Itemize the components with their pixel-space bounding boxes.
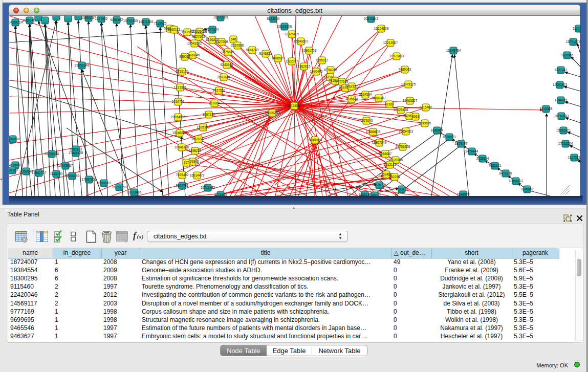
svg-text:1605133: 1605133	[70, 147, 82, 151]
svg-text:19384554: 19384554	[308, 138, 322, 142]
svg-text:1010755: 1010755	[172, 100, 185, 103]
svg-text:7462152: 7462152	[345, 84, 358, 88]
svg-text:6466102: 6466102	[111, 18, 123, 21]
svg-text:19654985: 19654985	[171, 115, 186, 119]
svg-text:10543382: 10543382	[187, 41, 202, 45]
svg-text:12923466: 12923466	[127, 190, 142, 194]
svg-text:16033809: 16033809	[213, 16, 228, 19]
svg-text:18724007: 18724007	[287, 104, 302, 107]
svg-text:7485063: 7485063	[399, 68, 411, 71]
svg-text:989012: 989012	[179, 55, 190, 58]
svg-text:20206526: 20206526	[45, 152, 59, 156]
svg-text:10719155: 10719155	[123, 19, 138, 23]
svg-text:8454749: 8454749	[246, 48, 259, 52]
svg-text:12093823: 12093823	[553, 83, 568, 86]
svg-text:2035644: 2035644	[345, 97, 358, 101]
svg-text:1362615: 1362615	[298, 64, 311, 68]
svg-text:17957253: 17957253	[82, 178, 97, 181]
svg-text:16210643: 16210643	[554, 114, 569, 118]
svg-text:19218506: 19218506	[277, 25, 292, 28]
svg-text:157: 157	[184, 161, 189, 164]
svg-text:3624554: 3624554	[359, 93, 372, 96]
svg-text:6879197: 6879197	[455, 142, 468, 145]
svg-text:19756928: 19756928	[396, 145, 410, 148]
svg-text:12505185: 12505185	[65, 174, 80, 178]
svg-text:9498222: 9498222	[189, 149, 202, 152]
svg-text:9777169: 9777169	[336, 80, 349, 83]
svg-text:10553287: 10553287	[81, 16, 96, 19]
svg-text:16914479: 16914479	[190, 173, 205, 177]
svg-text:1588520: 1588520	[272, 56, 285, 60]
svg-text:8960123: 8960123	[168, 28, 181, 31]
svg-text:17016504: 17016504	[558, 142, 573, 145]
svg-text:9474444: 9474444	[466, 149, 478, 153]
svg-text:9084067: 9084067	[379, 152, 392, 156]
svg-text:1048920: 1048920	[457, 192, 470, 196]
svg-text:1167533: 1167533	[568, 156, 580, 159]
svg-text:14136141: 14136141	[372, 183, 387, 187]
svg-text:7955812: 7955812	[316, 58, 329, 62]
svg-text:7357224: 7357224	[206, 28, 219, 31]
svg-text:1640934: 1640934	[431, 128, 444, 132]
svg-text:16671355: 16671355	[139, 20, 154, 24]
svg-text:9327508: 9327508	[215, 40, 228, 43]
svg-text:9245012: 9245012	[368, 193, 381, 196]
svg-text:10807487: 10807487	[372, 96, 386, 100]
svg-text:8471676: 8471676	[499, 171, 512, 175]
svg-text:19463627: 19463627	[403, 99, 418, 102]
svg-text:19166825: 19166825	[172, 131, 187, 135]
svg-text:13942737: 13942737	[32, 171, 47, 174]
svg-text:252254: 252254	[389, 175, 400, 179]
svg-text:9857791: 9857791	[176, 184, 189, 187]
svg-text:10958107: 10958107	[97, 181, 112, 185]
svg-text:1733426: 1733426	[396, 187, 408, 191]
svg-text:25260510: 25260510	[9, 137, 20, 141]
svg-text:8813054: 8813054	[267, 17, 280, 20]
svg-text:19654923: 19654923	[399, 129, 413, 133]
svg-text:217004: 217004	[209, 101, 220, 105]
svg-text:8878342: 8878342	[192, 137, 205, 141]
svg-text:3875685: 3875685	[222, 50, 234, 54]
svg-text:939159: 939159	[9, 168, 18, 172]
svg-text:1335359: 1335359	[197, 125, 210, 129]
svg-text:1990446: 1990446	[310, 70, 323, 73]
svg-text:15716485: 15716485	[201, 186, 215, 189]
svg-text:8938923: 8938923	[443, 135, 456, 139]
svg-text:9242848: 9242848	[221, 63, 233, 67]
svg-text:2367608: 2367608	[231, 43, 244, 47]
svg-text:10654112: 10654112	[509, 179, 523, 183]
svg-text:7625402: 7625402	[176, 173, 189, 177]
svg-text:29053346: 29053346	[75, 63, 90, 67]
svg-text:16648784: 16648784	[446, 49, 461, 52]
svg-text:546: 546	[231, 37, 236, 41]
svg-text:9245052: 9245052	[521, 187, 534, 191]
svg-text:16154808: 16154808	[374, 27, 389, 30]
svg-text:9827503: 9827503	[192, 35, 205, 38]
svg-text:2718176: 2718176	[176, 70, 189, 73]
svg-text:4135061: 4135061	[9, 163, 22, 167]
svg-text:23226058: 23226058	[192, 30, 207, 33]
svg-text:1615132: 1615132	[384, 163, 397, 166]
svg-text:15751074: 15751074	[566, 40, 580, 43]
svg-text:1322037: 1322037	[286, 59, 298, 63]
svg-text:1117123: 1117123	[573, 27, 580, 30]
svg-text:9227341: 9227341	[555, 68, 568, 72]
svg-text:9329966: 9329966	[561, 53, 574, 57]
svg-text:1221338: 1221338	[174, 85, 187, 89]
svg-text:3267130: 3267130	[203, 113, 215, 116]
svg-text:12975125: 12975125	[401, 82, 416, 86]
svg-text:1244415: 1244415	[555, 98, 568, 102]
svg-text:15692971: 15692971	[556, 128, 571, 132]
svg-text:10973493: 10973493	[389, 54, 404, 58]
svg-text:14055724: 14055724	[9, 20, 23, 24]
svg-text:9699695: 9699695	[419, 121, 431, 125]
svg-text:(x): (x)	[137, 233, 144, 240]
svg-text:10046786: 10046786	[175, 145, 189, 149]
svg-text:9115460: 9115460	[420, 105, 432, 109]
svg-text:7632621: 7632621	[489, 164, 502, 167]
svg-text:8427552: 8427552	[213, 89, 226, 92]
svg-text:62160: 62160	[385, 102, 394, 106]
svg-text:8061: 8061	[412, 115, 420, 118]
svg-text:15300233: 15300233	[265, 111, 280, 115]
svg-text:10961758: 10961758	[302, 49, 317, 52]
